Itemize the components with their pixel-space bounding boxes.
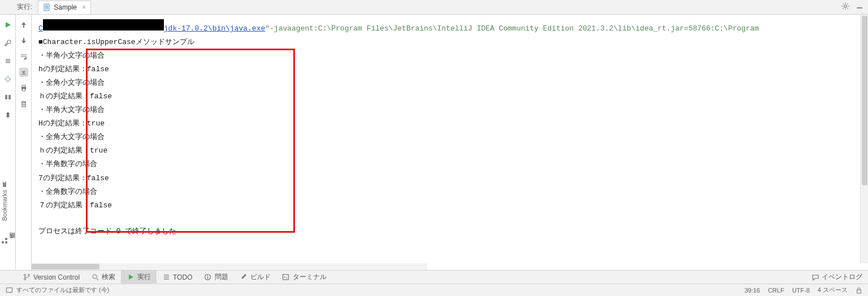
terminal-icon xyxy=(282,273,290,281)
svg-line-39 xyxy=(96,278,98,280)
output-line: ・半角大文字の場合 xyxy=(38,103,868,117)
svg-point-16 xyxy=(6,77,10,81)
file-icon xyxy=(43,3,51,11)
svg-rect-27 xyxy=(22,89,25,91)
minimize-icon[interactable] xyxy=(856,2,863,11)
output-line: ７の判定結果：false xyxy=(38,199,868,212)
output-line: ・全角大文字の場合 xyxy=(38,130,868,144)
svg-point-38 xyxy=(93,275,97,278)
svg-rect-33 xyxy=(2,241,4,243)
bottom-tool-tabs: Version Control 検索 実行 TODO 問題 ビルド ターミナル … xyxy=(0,270,868,284)
debug-icon[interactable] xyxy=(3,75,12,84)
tab-name: Sample xyxy=(54,3,77,11)
tab-todo[interactable]: TODO xyxy=(157,271,198,284)
output-line: ■Character.isUpperCaseメソッドサンプル xyxy=(38,36,868,49)
todo-icon xyxy=(162,273,170,281)
main-area: Cjdk-17.0.2\bin\java.exe "-javaagent:C:\… xyxy=(0,15,868,270)
output-line: hの判定結果：false xyxy=(38,63,868,76)
redacted-path xyxy=(43,19,164,31)
svg-point-35 xyxy=(24,275,25,276)
horizontal-scrollbar[interactable] xyxy=(32,263,427,270)
svg-line-11 xyxy=(843,8,843,8)
bubble-icon xyxy=(811,273,819,281)
line-separator[interactable]: CRLF xyxy=(768,287,784,294)
svg-point-36 xyxy=(24,278,25,280)
svg-line-12 xyxy=(847,3,848,4)
output-line: ・半角小文字の場合 xyxy=(38,49,868,63)
arrow-up-icon[interactable] xyxy=(19,20,28,29)
stop-icon[interactable] xyxy=(3,56,12,66)
console-actions-gutter xyxy=(16,15,32,270)
output-line: Hの判定結果：true xyxy=(38,117,868,130)
status-bar: すべてのファイルは最新です (今) 39:16 CRLF UTF-8 4 スペー… xyxy=(0,284,868,296)
rerun-icon[interactable] xyxy=(3,20,12,29)
exit-line: プロセスは終了コード 0 で終了しました xyxy=(38,225,868,238)
left-actions-gutter xyxy=(0,15,16,270)
wrench-icon[interactable] xyxy=(3,38,12,47)
svg-line-9 xyxy=(843,3,843,4)
tab-problems[interactable]: 問題 xyxy=(198,271,234,284)
file-encoding[interactable]: UTF-8 xyxy=(792,287,810,294)
search-icon xyxy=(91,273,99,281)
lock-icon[interactable] xyxy=(856,287,862,294)
svg-rect-49 xyxy=(857,290,861,293)
tab-version-control[interactable]: Version Control xyxy=(17,271,85,284)
svg-rect-48 xyxy=(7,288,12,293)
output-line: 7の判定結果：false xyxy=(38,172,868,185)
bookmarks-tool-tab[interactable]: Bookmarks xyxy=(1,181,8,221)
layout-icon[interactable] xyxy=(3,93,12,102)
output-line: ｈの判定結果：false xyxy=(38,90,868,103)
output-line: ｈの判定結果：true xyxy=(38,144,868,158)
hammer-icon xyxy=(240,273,248,281)
trash-icon[interactable] xyxy=(19,99,28,108)
arrow-down-icon[interactable] xyxy=(19,36,28,45)
scroll-to-end-icon[interactable] xyxy=(19,68,28,77)
svg-rect-29 xyxy=(21,102,26,103)
svg-rect-28 xyxy=(22,102,25,107)
output-line: ・全角小文字の場合 xyxy=(38,76,868,90)
run-tab-bar: 実行: Sample × xyxy=(0,0,868,15)
svg-rect-22 xyxy=(8,95,11,99)
svg-rect-24 xyxy=(21,74,25,75)
structure-tool-tab[interactable]: 構造 xyxy=(1,237,16,244)
tab-search[interactable]: 検索 xyxy=(85,271,121,284)
svg-point-4 xyxy=(844,5,847,7)
tab-build[interactable]: ビルド xyxy=(234,271,276,284)
tab-terminal[interactable]: ターミナル xyxy=(276,271,332,284)
run-tab[interactable]: Sample × xyxy=(38,1,91,14)
svg-rect-13 xyxy=(857,7,862,8)
svg-point-45 xyxy=(207,275,209,276)
svg-rect-32 xyxy=(5,241,7,243)
svg-rect-3 xyxy=(45,8,48,8)
output-line: ・全角数字の場合 xyxy=(38,185,868,199)
svg-rect-21 xyxy=(5,95,7,99)
indent-setting[interactable]: 4 スペース xyxy=(818,286,848,294)
svg-rect-2 xyxy=(45,7,48,7)
svg-rect-34 xyxy=(5,238,7,240)
svg-rect-26 xyxy=(22,85,25,87)
print-icon[interactable] xyxy=(19,84,28,93)
play-icon xyxy=(127,273,134,281)
pin-icon[interactable] xyxy=(3,111,12,120)
branch-icon xyxy=(23,273,31,281)
gear-icon[interactable] xyxy=(841,2,850,11)
soft-wrap-icon[interactable] xyxy=(19,52,28,61)
cmd-path-post: jdk-17.0.2\bin\java.exe xyxy=(164,22,265,36)
event-log[interactable]: イベントログ xyxy=(811,272,862,282)
cursor-position[interactable]: 39:16 xyxy=(744,287,760,294)
tab-run[interactable]: 実行 xyxy=(121,271,157,284)
cmd-path-pre: C xyxy=(38,22,43,36)
status-square-icon[interactable] xyxy=(6,286,13,294)
output-line: ・半角数字の場合 xyxy=(38,158,868,171)
vertical-scrollbar[interactable] xyxy=(860,15,868,263)
svg-marker-40 xyxy=(129,275,133,280)
svg-rect-47 xyxy=(283,275,289,280)
console-output[interactable]: Cjdk-17.0.2\bin\java.exe "-javaagent:C:\… xyxy=(32,15,868,270)
close-icon[interactable]: × xyxy=(82,3,86,11)
svg-rect-15 xyxy=(6,59,10,63)
command-line: Cjdk-17.0.2\bin\java.exe "-javaagent:C:\… xyxy=(38,19,868,36)
info-icon xyxy=(204,273,212,281)
status-message: すべてのファイルは最新です (今) xyxy=(16,286,109,294)
svg-point-37 xyxy=(28,275,29,276)
svg-rect-1 xyxy=(45,6,48,6)
